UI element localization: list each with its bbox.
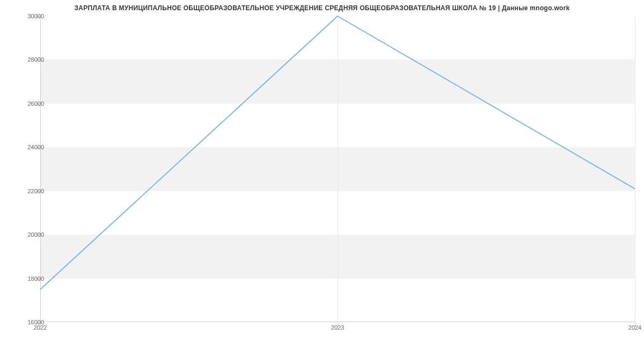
y-tick-label: 30000 [12, 13, 44, 19]
y-tick-label: 28000 [12, 56, 44, 63]
y-tick-label: 22000 [12, 188, 44, 194]
x-tick-label: 2024 [628, 324, 641, 331]
x-tick-label: 2023 [331, 324, 344, 331]
y-tick-label: 26000 [12, 100, 44, 107]
y-tick-label: 24000 [12, 144, 44, 150]
chart-title: ЗАРПЛАТА В МУНИЦИПАЛЬНОЕ ОБЩЕОБРАЗОВАТЕЛ… [0, 0, 644, 12]
x-tick-label: 2022 [34, 324, 47, 331]
line-series [40, 16, 635, 322]
chart-plot-area [40, 16, 635, 322]
y-tick-label: 18000 [12, 275, 44, 282]
gridline-vertical [635, 16, 635, 322]
y-tick-label: 20000 [12, 231, 44, 238]
